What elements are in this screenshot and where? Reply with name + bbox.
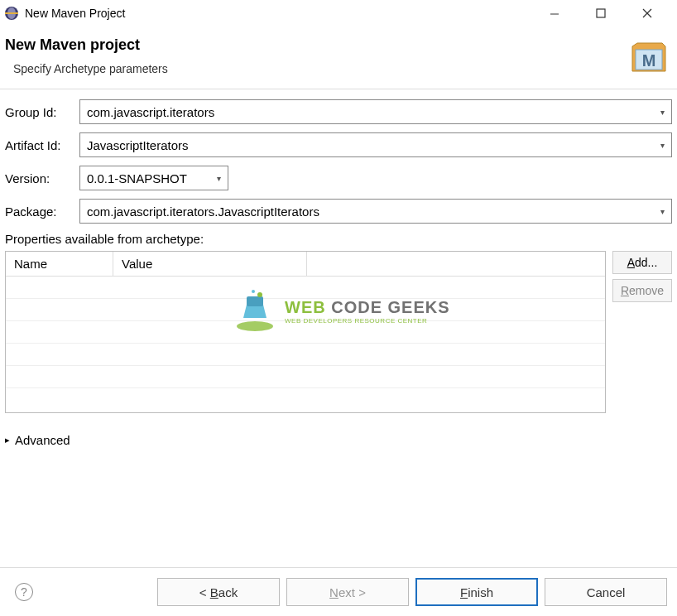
svg-point-12 <box>252 290 255 293</box>
form-area: Group Id: com.javascript.iterators ▾ Art… <box>0 89 677 457</box>
cancel-button[interactable]: Cancel <box>545 578 667 606</box>
finish-button[interactable]: Finish <box>415 578 538 606</box>
wizard-header: New Maven project Specify Archetype para… <box>0 26 677 89</box>
version-field[interactable]: 0.0.1-SNAPSHOT ▾ <box>79 166 228 190</box>
artifact-id-value: JavascriptIterators <box>87 138 660 152</box>
watermark-logo-icon <box>232 288 278 334</box>
svg-point-9 <box>237 321 273 331</box>
watermark-subtitle: WEB DEVELOPERS RESOURCE CENTER <box>285 317 450 325</box>
watermark-title: WEB CODE GEEKS <box>285 298 450 317</box>
version-label: Version: <box>5 171 73 185</box>
svg-rect-4 <box>597 9 605 17</box>
chevron-down-icon[interactable]: ▾ <box>660 207 665 216</box>
chevron-down-icon[interactable]: ▾ <box>660 141 665 150</box>
table-row[interactable] <box>6 344 605 366</box>
package-field[interactable]: com.javascript.iterators.JavascriptItera… <box>79 199 672 224</box>
page-title: New Maven project <box>5 36 168 54</box>
column-name[interactable]: Name <box>6 252 113 276</box>
next-button: Next > <box>286 578 409 606</box>
column-value[interactable]: Value <box>113 252 307 276</box>
chevron-down-icon[interactable]: ▾ <box>217 174 221 183</box>
minimize-button[interactable] <box>541 3 568 23</box>
maven-icon: M <box>627 40 667 75</box>
artifact-id-label: Artifact Id: <box>5 138 73 152</box>
eclipse-icon <box>3 5 20 22</box>
titlebar: New Maven Project <box>0 0 677 26</box>
back-button[interactable]: < Back <box>157 578 280 606</box>
properties-label: Properties available from archetype: <box>5 232 672 246</box>
window-controls <box>541 3 674 23</box>
table-row[interactable] <box>6 366 605 388</box>
package-label: Package: <box>5 205 73 219</box>
advanced-toggle[interactable]: ▸ Advanced <box>5 433 672 447</box>
group-id-field[interactable]: com.javascript.iterators ▾ <box>79 99 672 124</box>
group-id-label: Group Id: <box>5 105 73 119</box>
column-extra <box>307 252 605 276</box>
chevron-down-icon[interactable]: ▾ <box>660 108 665 117</box>
page-subtitle: Specify Archetype parameters <box>5 62 168 75</box>
group-id-value: com.javascript.iterators <box>87 105 660 119</box>
artifact-id-field[interactable]: JavascriptIterators ▾ <box>79 132 672 157</box>
add-button[interactable]: Add... <box>612 251 672 274</box>
close-button[interactable] <box>634 3 660 23</box>
button-bar: ? < Back Next > Finish Cancel <box>0 567 677 616</box>
svg-text:M: M <box>642 51 656 70</box>
help-icon[interactable]: ? <box>15 583 33 601</box>
svg-point-11 <box>257 292 262 297</box>
window-title: New Maven Project <box>25 7 541 20</box>
caret-right-icon: ▸ <box>5 435 10 445</box>
remove-button: Remove <box>612 279 672 302</box>
maximize-button[interactable] <box>588 3 614 23</box>
package-value: com.javascript.iterators.JavascriptItera… <box>87 205 660 219</box>
watermark: WEB CODE GEEKS WEB DEVELOPERS RESOURCE C… <box>232 288 450 334</box>
advanced-label: Advanced <box>15 433 70 447</box>
version-value: 0.0.1-SNAPSHOT <box>87 171 217 185</box>
svg-rect-10 <box>247 296 263 306</box>
svg-rect-2 <box>5 12 18 14</box>
